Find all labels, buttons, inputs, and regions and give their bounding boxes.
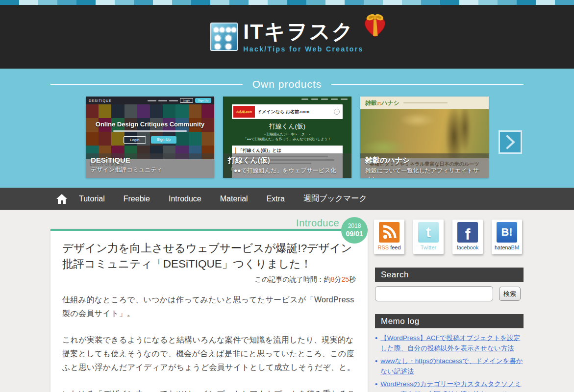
strip-tile	[402, 0, 421, 5]
strip-tile	[345, 0, 364, 5]
site-tagline: Hack/Tips for Web Creators	[243, 45, 364, 53]
strip-tile	[498, 0, 517, 5]
strip-tile	[364, 0, 383, 5]
date-day: 09/01	[346, 230, 363, 238]
nav-item[interactable]: Extra	[267, 195, 285, 203]
card-caption: 雑穀のハナシ 雑穀について一覧化したアフィリエイトサイト	[360, 153, 489, 178]
thumb-ad-more-icon: ›	[334, 109, 340, 115]
next-slide-button[interactable]	[499, 130, 522, 154]
card-caption: DESiTIQUE デザイン批評コミュニティ	[86, 153, 214, 178]
reading-seconds: 25	[341, 275, 349, 283]
strip-tile	[555, 0, 574, 5]
reading-time: この記事の読了時間：約8分25秒	[62, 275, 356, 284]
product-card-zakkoku[interactable]: 雑穀のハナシ 各種ビタミンやミネラル豊富な日本の米のルーツ 雑穀のハナシ 雑穀に…	[360, 97, 489, 178]
article-paragraph: いわゆる「デザイン力」ってヤツは、インプットとアウトプットを積み重ねることで向上…	[62, 387, 356, 392]
logo-text: ITキヲスク Hack/Tips for Web Creators	[243, 21, 364, 53]
card-caption-title: DESiTIQUE	[91, 156, 209, 164]
memo-log-link[interactable]: wwwなし・httpsのhtaccessで、ドメインを書かない記述法	[380, 356, 524, 376]
facebook-icon: f	[457, 222, 478, 243]
memo-log-link[interactable]: 【WordPress】ACFで投稿オブジェクトを設定した際、自分の投稿以外を表示…	[380, 333, 524, 353]
strip-tile	[0, 0, 19, 5]
strip-tile	[191, 0, 210, 5]
rss-icon	[379, 222, 399, 243]
strip-tile	[57, 0, 76, 5]
own-products-header: Own products	[50, 78, 524, 90]
memo-log-heading: Memo log	[375, 314, 524, 328]
strip-tile	[478, 0, 498, 5]
site-title: ITキヲスク	[243, 21, 364, 42]
strip-tile	[306, 0, 325, 5]
card-caption-subtitle: デザイン批評コミュニティ	[91, 166, 209, 174]
date-badge: 2018 09/01	[341, 217, 368, 244]
gift-heart-icon	[361, 12, 389, 41]
social-buttons: RSS feed t Twitter f facebook B! hatenaB…	[374, 220, 522, 254]
strip-tile	[134, 0, 153, 5]
thumb-site-title: 打線くん(仮)	[223, 122, 351, 131]
strip-tile	[96, 0, 115, 5]
strip-tile	[421, 0, 440, 5]
social-label: facebook	[457, 245, 479, 250]
hatena-icon: B!	[497, 222, 517, 243]
strip-tile	[210, 0, 229, 5]
home-icon[interactable]	[56, 194, 67, 204]
social-button-facebook[interactable]: f facebook	[452, 220, 483, 254]
strip-tile	[76, 0, 96, 5]
card-caption-title: 打線くん(仮)	[228, 156, 347, 165]
own-products-section: Own products DESITIQUE Login Sign Up Onl…	[0, 69, 574, 188]
thumb-tagline: - 打線組んだジェネレーター -	[223, 132, 351, 137]
social-button-twitter[interactable]: t Twitter	[413, 220, 444, 254]
memo-log-link[interactable]: WordPressのカテゴリーやカスタムタクソノミーに、東京都の市区町村を流し込…	[380, 379, 524, 392]
category-label[interactable]: Introduce	[296, 218, 339, 228]
nav-item[interactable]: Freebie	[124, 195, 150, 203]
search-heading: Search	[375, 268, 524, 282]
thumb-site-logo: DESITIQUE	[89, 99, 112, 102]
strip-tile	[459, 0, 478, 5]
thumb-hero-title: Online Design Critiques Community	[96, 121, 204, 128]
social-label: RSS feed	[377, 245, 400, 250]
nav-item[interactable]: Material	[220, 195, 248, 203]
strip-tile	[115, 0, 134, 5]
strip-tile	[19, 0, 38, 5]
list-item: 【WordPress】ACFで投稿オブジェクトを設定した際、自分の投稿以外を表示…	[375, 333, 524, 353]
social-label: Twitter	[421, 245, 436, 250]
strip-tile	[153, 0, 172, 5]
social-button-hatena[interactable]: B! hatenaBM	[492, 220, 522, 254]
social-button-rss[interactable]: RSS feed	[374, 220, 404, 254]
site-logo[interactable]: ITキヲスク Hack/Tips for Web Creators	[210, 21, 364, 53]
card-caption: 打線くん(仮) 「●●で打線組んだ」をウェブサービス化	[223, 153, 351, 178]
product-card-desitique[interactable]: DESITIQUE Login Sign Up Online Design Cr…	[86, 97, 214, 178]
thumb-ad-text: ドメインなら お名前.com	[257, 109, 334, 115]
product-card-dasenkun[interactable]: お名前.com ドメインなら お名前.com › 打線くん(仮) - 打線組んだ…	[223, 97, 351, 178]
thumb-signup-button: Sign Up	[195, 98, 211, 103]
millet-field-photo	[360, 109, 489, 158]
strip-tile	[38, 0, 57, 5]
card-caption-title: 雑穀のハナシ	[365, 156, 484, 165]
nav-item[interactable]: Tutorial	[79, 195, 105, 203]
strip-tile	[229, 0, 249, 5]
article-body: 仕組み的なところで、いつかは作ってみたいと思ってたサービスが「WordPress…	[62, 293, 356, 392]
list-item: wwwなし・httpsのhtaccessで、ドメインを書かない記述法	[375, 356, 524, 376]
thumb-login-button: Login	[180, 98, 193, 103]
thumb-tagline2: 「●●で打線組んだ」を作って、みんなでお祝いしよう！	[223, 137, 351, 142]
strip-tile	[536, 0, 555, 5]
strip-tile	[172, 0, 191, 5]
card-caption-subtitle: 雑穀について一覧化したアフィリエイトサイト	[365, 167, 484, 178]
article-card: デザイン力を向上させるウェブサービスが爆誕!?デザイン批評コミュニティ「DESi…	[50, 229, 368, 392]
strip-tile	[249, 0, 268, 5]
search-input[interactable]	[375, 286, 493, 301]
nav-item[interactable]: Introduce	[169, 195, 201, 203]
memo-log-list: 【WordPress】ACFで投稿オブジェクトを設定した際、自分の投稿以外を表示…	[375, 333, 524, 392]
strip-tile	[440, 0, 459, 5]
card-caption-subtitle: 「●●で打線組んだ」をウェブサービス化	[228, 167, 347, 175]
thumb-hero-signup-button: Sign Up	[151, 136, 176, 144]
thumb-site-logo: 雑穀のハナシ	[365, 99, 399, 107]
article-title: デザイン力を向上させるウェブサービスが爆誕!?デザイン批評コミュニティ「DESi…	[62, 241, 356, 271]
date-year: 2018	[348, 222, 361, 229]
thumb-ad-logo: お名前.com	[233, 106, 255, 118]
strip-tile	[517, 0, 536, 5]
site-header: ITキヲスク Hack/Tips for Web Creators	[0, 5, 574, 69]
thumb-ad-banner: お名前.com ドメインなら お名前.com ›	[232, 104, 343, 119]
nav-item[interactable]: 週間ブックマーク	[303, 194, 367, 204]
top-strip	[0, 0, 574, 5]
search-button[interactable]: 検索	[499, 287, 521, 301]
